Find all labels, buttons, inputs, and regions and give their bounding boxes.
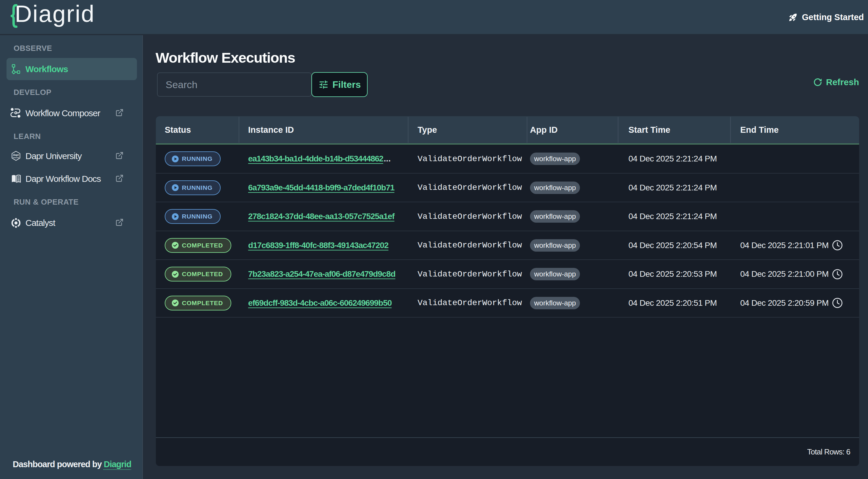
svg-text:University: University bbox=[13, 157, 19, 158]
svg-text:dapr: dapr bbox=[13, 153, 19, 156]
